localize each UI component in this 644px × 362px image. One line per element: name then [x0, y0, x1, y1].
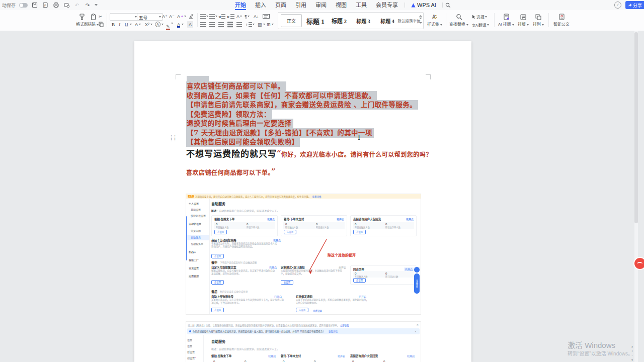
ai-layout-button[interactable]: AI 排版: [497, 12, 515, 27]
copy-icon[interactable]: [99, 21, 104, 28]
annotation-text: 除这个其他的都开: [328, 252, 356, 257]
clear-format-icon[interactable]: [188, 13, 194, 20]
style-gallery: 正文 标题 1 标题 2 标题 3 标题 4 默认段落字体: [278, 12, 424, 29]
style-heading3[interactable]: 标题 3: [353, 13, 374, 29]
style-set-button[interactable]: A 样式集: [427, 12, 443, 27]
tab-insert[interactable]: 插入: [251, 0, 271, 10]
superscript-icon[interactable]: X²: [145, 21, 152, 28]
service-card: 定制模式×双11通知 未开启 大促期间系统智能识别催付场景，主动触达尚未付款的下…: [281, 265, 346, 285]
search-icon[interactable]: [445, 2, 452, 9]
char-spacing-icon[interactable]: A: [236, 13, 242, 20]
service-card: 回访关怀 已开启 0昨日触达人数0昨日回访人数 去设置: [350, 265, 417, 285]
scroll-down-icon[interactable]: ▾: [631, 358, 633, 361]
card-status-link: 已开启: [274, 295, 282, 298]
style-heading1[interactable]: 标题 1: [304, 13, 327, 29]
tab-review[interactable]: 审阅: [311, 0, 331, 10]
align-center-icon[interactable]: [209, 21, 215, 28]
bold-icon[interactable]: B: [112, 21, 115, 28]
ribbon: 格式刷 粘贴 ✂ 五号 A⁺ A⁻ A✦ B I U A X² A ✎ A A …: [0, 10, 644, 31]
style-normal[interactable]: 正文: [281, 14, 302, 27]
find-replace-button[interactable]: 查找替换: [449, 12, 469, 27]
distribute-icon[interactable]: [236, 21, 242, 28]
align-right-icon[interactable]: [218, 21, 224, 28]
info-dot-icon: [189, 330, 191, 332]
style-heading4[interactable]: 标题 4: [377, 13, 398, 29]
find-replace-icon: [449, 12, 469, 20]
tab-reference[interactable]: 引用: [291, 0, 311, 10]
translate-button[interactable]: 文A翻译: [472, 22, 489, 28]
export-pdf-icon[interactable]: P: [42, 2, 49, 9]
card-desc: 不发送活动卡片时，消费者咨询商品后系统会自动发送商品卡片给咨询用户，方便用户快速…: [211, 242, 279, 248]
tab-view[interactable]: 视图: [331, 0, 351, 10]
document-page[interactable]: 喜欢店铺任何商品都可以下单。 收到商品之后，如果有【任何】不喜欢都可以申请退货退…: [134, 41, 471, 362]
paragraph-drag-handle[interactable]: ⋮⋮⋮⋮: [169, 136, 176, 141]
char-shading-icon[interactable]: A: [187, 21, 193, 28]
tab-tools[interactable]: 工具: [351, 0, 371, 10]
highlight-color-icon[interactable]: ✎: [166, 24, 173, 31]
bullet-list-icon[interactable]: [200, 13, 208, 20]
print-preview-icon[interactable]: [63, 2, 70, 9]
underline-icon[interactable]: U: [125, 21, 132, 28]
selected-text-line: 退换货的时候售后理由一定要选择: [186, 119, 293, 128]
tab-home[interactable]: 开始: [230, 0, 251, 10]
tab-member[interactable]: 会员专享: [371, 0, 403, 10]
promo-float-button[interactable]: [633, 257, 644, 270]
card-title: 催拍·加购未下单: [211, 354, 231, 358]
text-direction-icon[interactable]: [263, 13, 270, 20]
scroll-up-icon[interactable]: ▴: [631, 345, 633, 348]
font-color-icon[interactable]: A: [177, 21, 184, 28]
selected-text-line: 喜欢店铺任何商品都可以下单。: [186, 82, 286, 90]
service-card: 催付·下单未支付 已开启 0昨日触达人数0昨日支付人数 去设置: [281, 215, 347, 236]
print-icon[interactable]: [52, 2, 59, 9]
increase-indent-icon[interactable]: ▸: [227, 13, 234, 20]
quick-access-chevron-icon[interactable]: [95, 4, 98, 6]
select-button[interactable]: 选择: [472, 14, 487, 20]
card-title: 高频咨询用户大促回流: [350, 354, 378, 358]
decrease-font-icon[interactable]: A⁻: [169, 13, 175, 20]
decrease-indent-icon[interactable]: ◂: [218, 13, 225, 20]
text-effects-icon[interactable]: A✦: [177, 13, 186, 20]
font-name-combobox[interactable]: [110, 13, 139, 21]
justify-icon[interactable]: [227, 21, 233, 28]
save-icon[interactable]: [31, 2, 38, 9]
italic-icon[interactable]: I: [119, 21, 120, 28]
style-gallery-scroll[interactable]: [419, 15, 422, 24]
embedded-screenshot-admin[interactable]: 公告 近期咨询量上涨，建议开启自动回复与自助服务，减少人工接待压力，提升回复速度…: [186, 194, 421, 314]
layout-button[interactable]: 排版: [516, 12, 530, 27]
strikethrough-icon[interactable]: A: [135, 21, 141, 28]
enclosed-char-icon[interactable]: A: [155, 21, 164, 28]
numbered-list-icon[interactable]: [209, 13, 217, 20]
arrange-button[interactable]: 排列: [531, 12, 545, 27]
font-size-combobox[interactable]: 五号: [137, 13, 163, 21]
card-title: 催付·下单未支付: [281, 354, 301, 358]
style-set-icon: A: [427, 12, 443, 20]
paragraph-red-text: 你好，欢迎光临本小店。请问有什么可以帮到您的吗？: [281, 151, 432, 158]
align-left-icon[interactable]: [200, 21, 206, 28]
tab-wps-ai[interactable]: WPS AI: [407, 2, 440, 8]
cut-icon[interactable]: ✂: [99, 13, 103, 20]
admin-sidebar-item: 应用管理: [186, 274, 209, 279]
redo-icon[interactable]: ↷: [84, 2, 91, 9]
style-default-font[interactable]: 默认段落字体: [398, 13, 420, 29]
arrange-icon: [531, 12, 545, 20]
shading-icon[interactable]: ▨: [258, 21, 265, 28]
sort-icon[interactable]: A↓: [254, 13, 259, 20]
borders-icon[interactable]: ⊞: [267, 21, 274, 28]
increase-font-icon[interactable]: A⁺: [162, 13, 168, 20]
vertical-scrollbar-thumb[interactable]: [634, 32, 638, 223]
notice-link: 立即查看: [340, 324, 349, 327]
card-status-link: 已开启: [404, 267, 414, 271]
autosave-toggle[interactable]: [19, 3, 28, 8]
text-cursor: I: [358, 134, 360, 141]
share-button[interactable]: 分享: [625, 1, 644, 9]
tab-page[interactable]: 页面: [271, 0, 291, 10]
line-spacing-icon[interactable]: ↕: [246, 21, 255, 28]
notice-bar: 公告 近期咨询量上涨，建议开启自动回复与自助服务，减少人工接待压力，提升回复速度…: [186, 194, 421, 199]
embedded-screenshot-admin-2[interactable]: 已上线【预未读】功能，让客服更快处理消息，系统会帮助识别消费者问题并尽快解决，对…: [186, 322, 421, 362]
smart-doc-button[interactable]: 智能公文: [551, 12, 572, 27]
card-status-link: 已开启: [267, 217, 275, 221]
undo-icon[interactable]: ↶: [73, 2, 80, 9]
style-heading2[interactable]: 标题 2: [329, 13, 350, 29]
paragraph-mark-icon[interactable]: ¶: [245, 13, 250, 20]
card-title: 定制模式×双11通知: [281, 265, 305, 269]
